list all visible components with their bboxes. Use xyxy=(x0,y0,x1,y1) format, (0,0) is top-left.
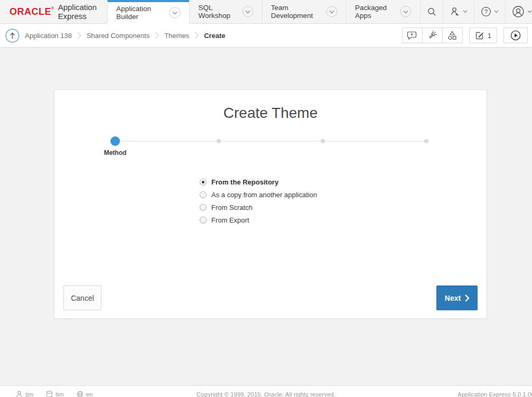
shared-components-button[interactable] xyxy=(442,27,463,43)
cancel-button[interactable]: Cancel xyxy=(63,285,101,310)
footer-language: en xyxy=(77,391,93,397)
chevron-down-icon xyxy=(527,10,532,13)
utility-button-group xyxy=(402,27,463,43)
edit-page-button[interactable]: 1 xyxy=(469,27,497,43)
search-button[interactable] xyxy=(420,0,443,23)
chevron-down-icon xyxy=(463,10,468,13)
tab-team-development[interactable]: Team Development xyxy=(262,0,346,23)
wizard-step-method-dot xyxy=(110,136,120,146)
copyright-text: Copyright © 1999, 2015, Oracle. All righ… xyxy=(197,391,335,397)
user-icon xyxy=(512,5,525,18)
app-name: Application Express xyxy=(58,3,107,21)
radio-from-scratch[interactable]: From Scratch xyxy=(200,201,317,214)
breadcrumb-create: Create xyxy=(204,32,225,40)
shapes-icon xyxy=(447,30,458,41)
feedback-bubble-icon xyxy=(407,31,417,40)
tab-packaged-apps[interactable]: Packaged Apps xyxy=(346,0,420,23)
chevron-down-circle-icon[interactable] xyxy=(400,6,412,17)
flashlight-icon xyxy=(427,30,437,41)
radio-as-a-copy-from-another-application[interactable]: As a copy from another application xyxy=(200,188,317,201)
chevron-down-circle-icon[interactable] xyxy=(169,7,181,19)
radio-button-icon[interactable] xyxy=(200,217,207,224)
page-footer: tim tim en Copyright © 1999, 2015, Oracl… xyxy=(0,385,532,397)
chevron-down-circle-icon[interactable] xyxy=(326,6,338,17)
tab-label: Packaged Apps xyxy=(355,4,395,20)
breadcrumb-separator-icon xyxy=(155,30,159,41)
footer-user: tim xyxy=(16,391,33,397)
radio-button-icon[interactable] xyxy=(200,204,207,211)
help-icon: ? xyxy=(481,6,491,17)
user-menu[interactable] xyxy=(505,0,532,23)
radio-button-icon[interactable] xyxy=(200,191,207,198)
edit-page-icon xyxy=(475,31,484,40)
globe-icon xyxy=(77,391,83,397)
theme-roller-button[interactable] xyxy=(422,27,443,43)
radio-button-icon[interactable] xyxy=(200,179,207,186)
app-logo: ORACLE® Application Express xyxy=(0,0,107,23)
next-button[interactable]: Next xyxy=(436,285,478,310)
page-indicator: 1 xyxy=(488,32,491,40)
database-icon xyxy=(46,391,53,397)
run-application-button[interactable] xyxy=(503,27,528,43)
wizard-step-dot xyxy=(217,139,221,143)
wizard-step-dot xyxy=(424,139,428,143)
breadcrumb-application[interactable]: Application 138 xyxy=(25,32,72,40)
up-level-button[interactable] xyxy=(5,29,20,43)
page-title: Create Theme xyxy=(54,105,487,122)
breadcrumb: Application 138 Shared Components Themes… xyxy=(25,30,226,41)
top-nav: ORACLE® Application Express Application … xyxy=(0,0,532,24)
admin-wrench-icon xyxy=(450,6,460,17)
footer-session-info: tim tim en xyxy=(16,391,92,397)
tab-label: SQL Workshop xyxy=(198,4,237,20)
wizard-progress-line xyxy=(115,141,426,142)
feedback-button[interactable] xyxy=(402,27,423,43)
play-icon xyxy=(510,30,521,41)
page-toolbar: 1 xyxy=(402,27,528,43)
chevron-down-circle-icon[interactable] xyxy=(242,6,254,17)
create-theme-wizard: Create Theme Method From the Repository … xyxy=(54,89,487,319)
breadcrumb-separator-icon xyxy=(194,30,199,41)
radio-from-export[interactable]: From Export xyxy=(200,214,317,226)
person-icon xyxy=(16,391,23,397)
breadcrumb-separator-icon xyxy=(77,30,81,41)
search-icon xyxy=(427,7,436,16)
method-radio-group: From the Repository As a copy from anoth… xyxy=(200,176,317,226)
tab-application-builder[interactable]: Application Builder xyxy=(107,0,189,23)
tab-label: Application Builder xyxy=(116,5,164,21)
chevron-down-icon xyxy=(494,10,499,13)
administration-menu[interactable] xyxy=(443,0,474,23)
oracle-logo: ORACLE® xyxy=(10,6,54,17)
breadcrumb-bar: Application 138 Shared Components Themes… xyxy=(0,24,532,48)
help-menu[interactable]: ? xyxy=(474,0,505,23)
tab-sql-workshop[interactable]: SQL Workshop xyxy=(189,0,262,23)
radio-from-the-repository[interactable]: From the Repository xyxy=(200,176,317,188)
chevron-right-icon xyxy=(465,294,469,302)
wizard-step-label: Method xyxy=(89,149,142,156)
version-text: Application Express 5.0.1.00.04 xyxy=(458,391,532,397)
breadcrumb-themes[interactable]: Themes xyxy=(164,32,189,40)
breadcrumb-shared-components[interactable]: Shared Components xyxy=(87,32,150,40)
footer-schema: tim xyxy=(46,391,63,397)
tab-label: Team Development xyxy=(271,4,321,20)
wizard-step-dot xyxy=(321,139,325,143)
svg-text:?: ? xyxy=(484,8,488,15)
